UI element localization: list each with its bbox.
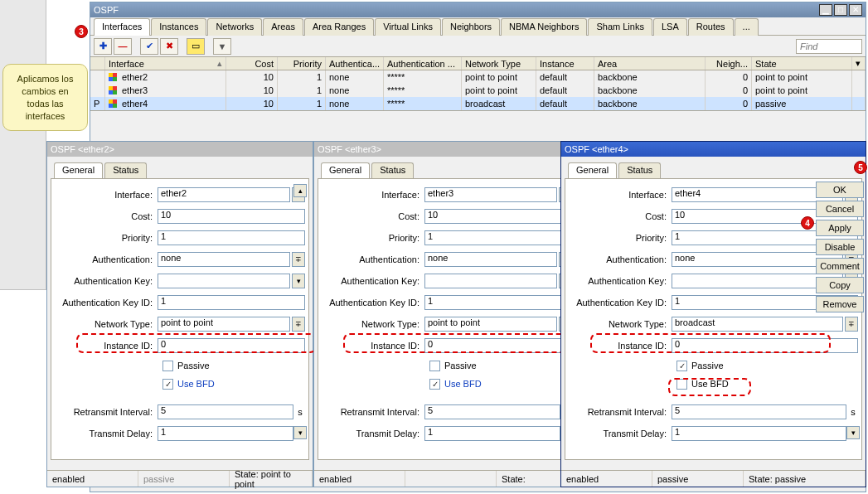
field-row-authkey: Authentication Key: ▾	[569, 270, 858, 292]
retx-input[interactable]: 5	[424, 404, 560, 419]
scroll-up-icon[interactable]: ▴	[293, 184, 307, 197]
interface-input[interactable]: ether3	[424, 187, 557, 202]
authkey-input[interactable]	[158, 274, 290, 288]
comment-button[interactable]: Comment	[816, 258, 864, 274]
authkid-input[interactable]: 1	[424, 295, 572, 310]
interface-label: Interface:	[55, 190, 158, 200]
col-header[interactable]: Area	[594, 57, 706, 70]
col-header[interactable]: Instance	[536, 57, 594, 70]
instid-input[interactable]: 0	[424, 338, 572, 353]
main-tab-interfaces[interactable]: Interfaces	[94, 18, 150, 36]
dialog-titlebar: OSPF <ether4>	[561, 142, 866, 157]
tab-status[interactable]: Status	[371, 162, 414, 179]
table-row[interactable]: ether3101none*****point to pointdefaultb…	[90, 84, 866, 97]
usebfd-checkbox[interactable]	[676, 379, 687, 390]
scroll-down-icon[interactable]: ▾	[846, 426, 860, 439]
authkid-input[interactable]: 1	[158, 295, 305, 310]
table-row[interactable]: ether2101none*****point to pointdefaultb…	[90, 70, 866, 84]
col-header[interactable]: Network Type	[462, 57, 536, 70]
ntype-input[interactable]: point to point	[158, 317, 290, 332]
main-tab-area-ranges[interactable]: Area Ranges	[304, 18, 374, 36]
ok-button[interactable]: OK	[816, 182, 864, 198]
main-tab--[interactable]: ...	[735, 18, 759, 36]
instid-input[interactable]: 0	[158, 338, 305, 353]
main-tab-lsa[interactable]: LSA	[653, 18, 687, 36]
tab-status[interactable]: Status	[104, 162, 147, 179]
txd-input[interactable]: 1	[672, 426, 846, 441]
main-tab-instances[interactable]: Instances	[151, 18, 206, 36]
main-tab-routes[interactable]: Routes	[688, 18, 734, 36]
txd-input[interactable]: 1	[424, 426, 560, 441]
cell: 1	[278, 84, 326, 97]
main-title: OSPF	[94, 5, 119, 15]
close-icon[interactable]: ✕	[849, 4, 862, 16]
passive-checkbox[interactable]	[429, 361, 440, 371]
field-row-interface: Interface: ether2 ∓	[55, 184, 305, 206]
cancel-button[interactable]: Cancel	[816, 201, 864, 217]
add-button[interactable]: ✚	[94, 38, 112, 55]
col-header[interactable]: State	[752, 57, 852, 70]
auth-input[interactable]: none	[158, 252, 290, 267]
cost-input[interactable]: 10	[424, 209, 572, 224]
cost-input[interactable]: 10	[158, 209, 305, 224]
minimize-icon[interactable]: ▁	[819, 4, 832, 16]
cell	[852, 84, 866, 97]
passive-checkbox[interactable]	[162, 361, 173, 371]
usebfd-checkbox[interactable]: ✓	[162, 379, 173, 390]
column-menu-button[interactable]: ▾	[852, 57, 866, 70]
main-tab-nbma-neighbors[interactable]: NBMA Neighbors	[501, 18, 587, 36]
col-header[interactable]: Priority	[278, 57, 326, 70]
field-row-retx: Retransmit Interval: 5 s	[322, 401, 572, 423]
main-tab-sham-links[interactable]: Sham Links	[588, 18, 652, 36]
passive-checkbox-row: Passive	[429, 356, 572, 375]
tab-status[interactable]: Status	[618, 162, 661, 179]
filter-button[interactable]: ▼	[213, 38, 231, 55]
disable-button[interactable]: ✖	[160, 38, 178, 55]
txd-input[interactable]: 1	[158, 426, 293, 441]
ntype-input[interactable]: broadcast	[672, 317, 843, 332]
col-header[interactable]	[90, 57, 105, 70]
tab-general[interactable]: General	[54, 162, 103, 179]
reveal-icon[interactable]: ▾	[292, 274, 305, 288]
comment-button[interactable]: ▭	[187, 38, 205, 55]
passive-checkbox[interactable]: ✓	[676, 361, 687, 371]
scroll-down-icon[interactable]: ▾	[293, 426, 307, 439]
field-row-cost: Cost: 10	[322, 206, 572, 227]
priority-input[interactable]: 1	[424, 230, 572, 245]
auth-input[interactable]: none	[424, 252, 557, 267]
authkey-input[interactable]	[424, 274, 557, 288]
priority-input[interactable]: 1	[158, 230, 305, 245]
main-tab-areas[interactable]: Areas	[263, 18, 303, 36]
table-row[interactable]: Pether4101none*****broadcastdefaultbackb…	[90, 97, 866, 110]
dropdown-icon[interactable]: ∓	[292, 252, 305, 267]
ntype-input[interactable]: point to point	[424, 317, 557, 332]
col-header[interactable]: Interface ▴	[105, 57, 226, 70]
enable-button[interactable]: ✔	[140, 38, 158, 55]
retx-input[interactable]: 5	[158, 404, 293, 419]
interface-input[interactable]: ether2	[158, 187, 290, 202]
col-header[interactable]: Authentication ...	[384, 57, 462, 70]
remove-button[interactable]: —	[114, 38, 132, 55]
main-tab-networks[interactable]: Networks	[207, 18, 262, 36]
tab-general[interactable]: General	[321, 162, 370, 179]
col-header[interactable]: Authentica...	[326, 57, 384, 70]
retx-input[interactable]: 5	[672, 404, 846, 419]
tab-general[interactable]: General	[568, 162, 617, 179]
cost-label: Cost:	[55, 211, 158, 221]
col-header[interactable]: Cost	[226, 57, 278, 70]
cell: 1	[278, 97, 326, 110]
usebfd-checkbox[interactable]: ✓	[429, 379, 440, 390]
dropdown-icon[interactable]: ∓	[845, 317, 858, 332]
toolbar: ✚ — ✔ ✖ ▭ ▼	[90, 36, 866, 57]
remove-button[interactable]: Remove	[816, 296, 864, 312]
disable-button[interactable]: Disable	[816, 239, 864, 255]
copy-button[interactable]: Copy	[816, 277, 864, 293]
dropdown-icon[interactable]: ∓	[292, 317, 305, 332]
apply-button[interactable]: Apply	[816, 220, 864, 236]
main-tab-neighbors[interactable]: Neighbors	[442, 18, 500, 36]
col-header[interactable]: Neigh...	[706, 57, 752, 70]
instid-input[interactable]: 0	[672, 338, 858, 353]
main-tab-virtual-links[interactable]: Virtual Links	[375, 18, 441, 36]
maximize-icon[interactable]: □	[834, 4, 847, 16]
find-input[interactable]	[796, 39, 862, 54]
